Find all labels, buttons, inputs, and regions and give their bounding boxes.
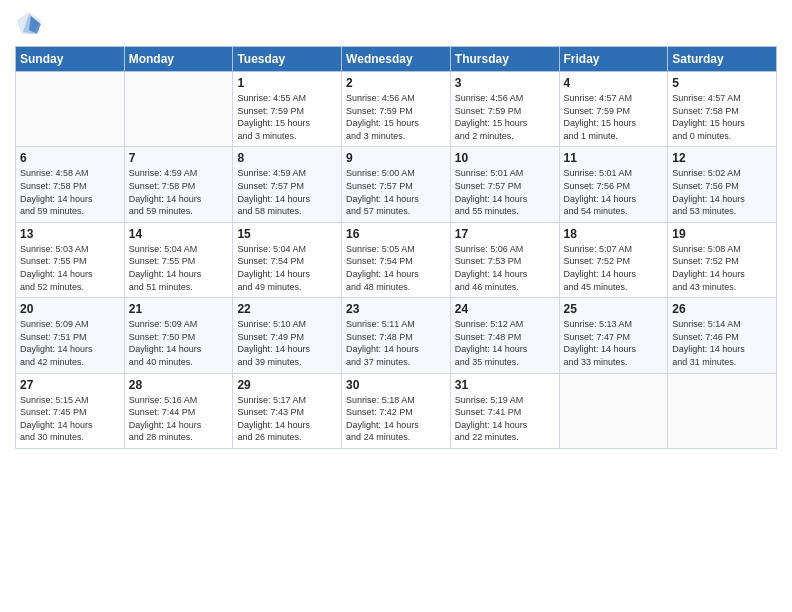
calendar-day-22: 22Sunrise: 5:10 AM Sunset: 7:49 PM Dayli…: [233, 298, 342, 373]
day-info: Sunrise: 5:02 AM Sunset: 7:56 PM Dayligh…: [672, 167, 772, 217]
day-number: 27: [20, 378, 120, 392]
weekday-header-thursday: Thursday: [450, 47, 559, 72]
day-info: Sunrise: 4:59 AM Sunset: 7:58 PM Dayligh…: [129, 167, 229, 217]
day-info: Sunrise: 5:08 AM Sunset: 7:52 PM Dayligh…: [672, 243, 772, 293]
day-info: Sunrise: 5:06 AM Sunset: 7:53 PM Dayligh…: [455, 243, 555, 293]
calendar-day-26: 26Sunrise: 5:14 AM Sunset: 7:46 PM Dayli…: [668, 298, 777, 373]
calendar-day-2: 2Sunrise: 4:56 AM Sunset: 7:59 PM Daylig…: [342, 72, 451, 147]
weekday-header-saturday: Saturday: [668, 47, 777, 72]
day-number: 26: [672, 302, 772, 316]
calendar-day-11: 11Sunrise: 5:01 AM Sunset: 7:56 PM Dayli…: [559, 147, 668, 222]
day-number: 16: [346, 227, 446, 241]
day-number: 6: [20, 151, 120, 165]
day-number: 14: [129, 227, 229, 241]
day-number: 4: [564, 76, 664, 90]
day-number: 8: [237, 151, 337, 165]
day-info: Sunrise: 5:17 AM Sunset: 7:43 PM Dayligh…: [237, 394, 337, 444]
calendar-day-15: 15Sunrise: 5:04 AM Sunset: 7:54 PM Dayli…: [233, 222, 342, 297]
calendar-empty-cell: [668, 373, 777, 448]
day-number: 22: [237, 302, 337, 316]
day-info: Sunrise: 5:11 AM Sunset: 7:48 PM Dayligh…: [346, 318, 446, 368]
calendar-empty-cell: [124, 72, 233, 147]
day-info: Sunrise: 5:12 AM Sunset: 7:48 PM Dayligh…: [455, 318, 555, 368]
calendar-day-24: 24Sunrise: 5:12 AM Sunset: 7:48 PM Dayli…: [450, 298, 559, 373]
day-number: 12: [672, 151, 772, 165]
day-number: 29: [237, 378, 337, 392]
calendar-body: 1Sunrise: 4:55 AM Sunset: 7:59 PM Daylig…: [16, 72, 777, 449]
calendar-day-4: 4Sunrise: 4:57 AM Sunset: 7:59 PM Daylig…: [559, 72, 668, 147]
logo: [15, 10, 45, 38]
day-number: 31: [455, 378, 555, 392]
day-info: Sunrise: 5:09 AM Sunset: 7:51 PM Dayligh…: [20, 318, 120, 368]
calendar-empty-cell: [16, 72, 125, 147]
day-number: 21: [129, 302, 229, 316]
calendar-day-10: 10Sunrise: 5:01 AM Sunset: 7:57 PM Dayli…: [450, 147, 559, 222]
logo-icon: [15, 10, 43, 38]
weekday-header-sunday: Sunday: [16, 47, 125, 72]
calendar-day-20: 20Sunrise: 5:09 AM Sunset: 7:51 PM Dayli…: [16, 298, 125, 373]
calendar-day-25: 25Sunrise: 5:13 AM Sunset: 7:47 PM Dayli…: [559, 298, 668, 373]
calendar-day-18: 18Sunrise: 5:07 AM Sunset: 7:52 PM Dayli…: [559, 222, 668, 297]
calendar-day-8: 8Sunrise: 4:59 AM Sunset: 7:57 PM Daylig…: [233, 147, 342, 222]
day-info: Sunrise: 5:03 AM Sunset: 7:55 PM Dayligh…: [20, 243, 120, 293]
calendar-day-13: 13Sunrise: 5:03 AM Sunset: 7:55 PM Dayli…: [16, 222, 125, 297]
day-info: Sunrise: 5:10 AM Sunset: 7:49 PM Dayligh…: [237, 318, 337, 368]
calendar-day-30: 30Sunrise: 5:18 AM Sunset: 7:42 PM Dayli…: [342, 373, 451, 448]
day-info: Sunrise: 5:04 AM Sunset: 7:55 PM Dayligh…: [129, 243, 229, 293]
calendar-day-7: 7Sunrise: 4:59 AM Sunset: 7:58 PM Daylig…: [124, 147, 233, 222]
day-info: Sunrise: 4:56 AM Sunset: 7:59 PM Dayligh…: [346, 92, 446, 142]
calendar-day-9: 9Sunrise: 5:00 AM Sunset: 7:57 PM Daylig…: [342, 147, 451, 222]
calendar-empty-cell: [559, 373, 668, 448]
day-info: Sunrise: 4:58 AM Sunset: 7:58 PM Dayligh…: [20, 167, 120, 217]
day-info: Sunrise: 4:59 AM Sunset: 7:57 PM Dayligh…: [237, 167, 337, 217]
day-number: 17: [455, 227, 555, 241]
calendar-day-29: 29Sunrise: 5:17 AM Sunset: 7:43 PM Dayli…: [233, 373, 342, 448]
calendar-week-row: 6Sunrise: 4:58 AM Sunset: 7:58 PM Daylig…: [16, 147, 777, 222]
calendar-day-19: 19Sunrise: 5:08 AM Sunset: 7:52 PM Dayli…: [668, 222, 777, 297]
calendar-day-12: 12Sunrise: 5:02 AM Sunset: 7:56 PM Dayli…: [668, 147, 777, 222]
day-number: 30: [346, 378, 446, 392]
calendar-week-row: 1Sunrise: 4:55 AM Sunset: 7:59 PM Daylig…: [16, 72, 777, 147]
day-info: Sunrise: 4:56 AM Sunset: 7:59 PM Dayligh…: [455, 92, 555, 142]
weekday-header-monday: Monday: [124, 47, 233, 72]
day-info: Sunrise: 5:16 AM Sunset: 7:44 PM Dayligh…: [129, 394, 229, 444]
day-info: Sunrise: 4:57 AM Sunset: 7:58 PM Dayligh…: [672, 92, 772, 142]
weekday-header-friday: Friday: [559, 47, 668, 72]
calendar-day-21: 21Sunrise: 5:09 AM Sunset: 7:50 PM Dayli…: [124, 298, 233, 373]
day-number: 11: [564, 151, 664, 165]
day-info: Sunrise: 5:15 AM Sunset: 7:45 PM Dayligh…: [20, 394, 120, 444]
calendar-table: SundayMondayTuesdayWednesdayThursdayFrid…: [15, 46, 777, 449]
calendar-header: SundayMondayTuesdayWednesdayThursdayFrid…: [16, 47, 777, 72]
day-number: 19: [672, 227, 772, 241]
calendar-week-row: 20Sunrise: 5:09 AM Sunset: 7:51 PM Dayli…: [16, 298, 777, 373]
day-number: 2: [346, 76, 446, 90]
day-info: Sunrise: 5:01 AM Sunset: 7:56 PM Dayligh…: [564, 167, 664, 217]
day-number: 1: [237, 76, 337, 90]
calendar-day-23: 23Sunrise: 5:11 AM Sunset: 7:48 PM Dayli…: [342, 298, 451, 373]
page-container: SundayMondayTuesdayWednesdayThursdayFrid…: [0, 0, 792, 459]
day-info: Sunrise: 5:09 AM Sunset: 7:50 PM Dayligh…: [129, 318, 229, 368]
calendar-day-17: 17Sunrise: 5:06 AM Sunset: 7:53 PM Dayli…: [450, 222, 559, 297]
day-number: 7: [129, 151, 229, 165]
calendar-day-5: 5Sunrise: 4:57 AM Sunset: 7:58 PM Daylig…: [668, 72, 777, 147]
calendar-day-14: 14Sunrise: 5:04 AM Sunset: 7:55 PM Dayli…: [124, 222, 233, 297]
weekday-header-tuesday: Tuesday: [233, 47, 342, 72]
day-info: Sunrise: 4:57 AM Sunset: 7:59 PM Dayligh…: [564, 92, 664, 142]
day-info: Sunrise: 5:14 AM Sunset: 7:46 PM Dayligh…: [672, 318, 772, 368]
calendar-day-28: 28Sunrise: 5:16 AM Sunset: 7:44 PM Dayli…: [124, 373, 233, 448]
day-info: Sunrise: 5:05 AM Sunset: 7:54 PM Dayligh…: [346, 243, 446, 293]
day-number: 23: [346, 302, 446, 316]
calendar-week-row: 13Sunrise: 5:03 AM Sunset: 7:55 PM Dayli…: [16, 222, 777, 297]
day-info: Sunrise: 5:19 AM Sunset: 7:41 PM Dayligh…: [455, 394, 555, 444]
weekday-header-row: SundayMondayTuesdayWednesdayThursdayFrid…: [16, 47, 777, 72]
day-number: 5: [672, 76, 772, 90]
day-number: 10: [455, 151, 555, 165]
day-number: 18: [564, 227, 664, 241]
day-number: 28: [129, 378, 229, 392]
day-number: 13: [20, 227, 120, 241]
calendar-day-1: 1Sunrise: 4:55 AM Sunset: 7:59 PM Daylig…: [233, 72, 342, 147]
day-info: Sunrise: 5:13 AM Sunset: 7:47 PM Dayligh…: [564, 318, 664, 368]
day-number: 25: [564, 302, 664, 316]
calendar-day-6: 6Sunrise: 4:58 AM Sunset: 7:58 PM Daylig…: [16, 147, 125, 222]
day-number: 24: [455, 302, 555, 316]
